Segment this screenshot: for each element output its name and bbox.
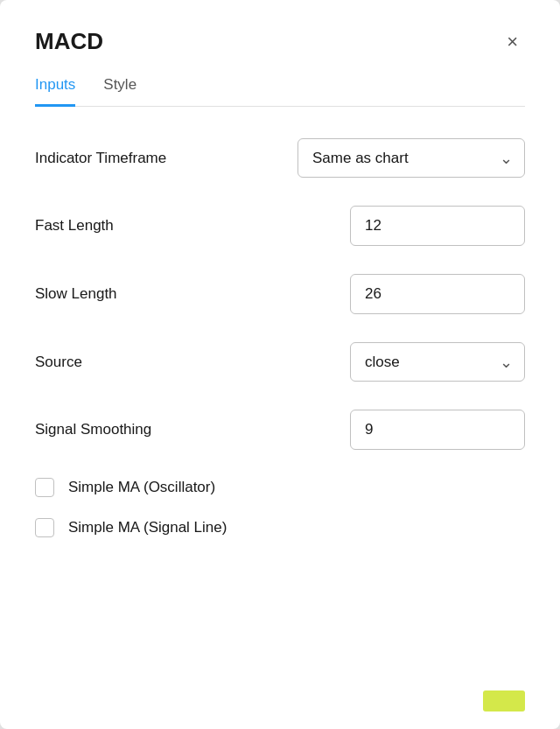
indicator-timeframe-select[interactable]: Same as chart 1 minute 5 minutes 15 minu… [298, 138, 525, 178]
indicator-timeframe-row: Indicator Timeframe Same as chart 1 minu… [35, 138, 525, 178]
macd-dialog: MACD × Inputs Style Indicator Timeframe … [0, 0, 560, 729]
source-select-wrapper: close open high low hl2 hlc3 ohlc4 ⌄ [350, 342, 525, 382]
simple-ma-signal-line-checkbox[interactable] [35, 518, 54, 537]
source-select[interactable]: close open high low hl2 hlc3 ohlc4 [350, 342, 525, 382]
simple-ma-oscillator-row: Simple MA (Oscillator) [35, 478, 525, 497]
indicator-timeframe-label: Indicator Timeframe [35, 150, 298, 167]
dialog-title: MACD [35, 28, 103, 55]
fast-length-row: Fast Length [35, 206, 525, 246]
fast-length-label: Fast Length [35, 217, 350, 235]
indicator-timeframe-select-wrapper: Same as chart 1 minute 5 minutes 15 minu… [298, 138, 525, 178]
simple-ma-signal-line-row: Simple MA (Signal Line) [35, 518, 525, 537]
slow-length-label: Slow Length [35, 285, 350, 303]
close-button[interactable]: × [500, 29, 525, 55]
source-label: Source [35, 354, 350, 371]
slow-length-row: Slow Length [35, 274, 525, 314]
simple-ma-oscillator-label: Simple MA (Oscillator) [68, 479, 215, 496]
simple-ma-oscillator-checkbox[interactable] [35, 478, 54, 497]
signal-smoothing-input[interactable] [350, 410, 525, 450]
simple-ma-signal-line-label: Simple MA (Signal Line) [68, 519, 227, 536]
source-row: Source close open high low hl2 hlc3 ohlc… [35, 342, 525, 382]
fast-length-input[interactable] [350, 206, 525, 246]
signal-smoothing-label: Signal Smoothing [35, 421, 350, 438]
tabs-container: Inputs Style [35, 76, 525, 107]
dialog-header: MACD × [35, 28, 525, 55]
slow-length-input[interactable] [350, 274, 525, 314]
bottom-accent [483, 690, 525, 711]
tab-style[interactable]: Style [103, 76, 136, 107]
tab-inputs[interactable]: Inputs [35, 76, 75, 107]
signal-smoothing-row: Signal Smoothing [35, 410, 525, 450]
